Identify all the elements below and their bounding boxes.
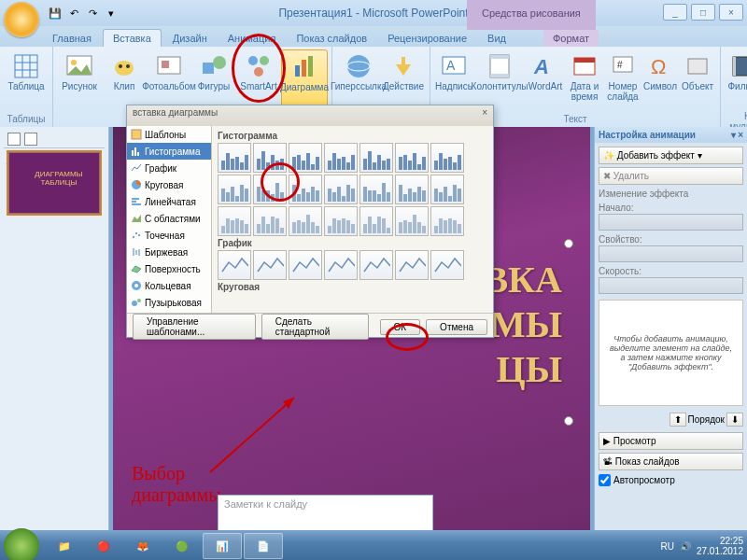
start-button[interactable]	[4, 528, 39, 560]
gallery-item[interactable]	[253, 206, 287, 236]
remove-effect-button[interactable]: ✖ Удалить	[599, 167, 743, 185]
gallery-item[interactable]	[324, 250, 358, 280]
cat-bubble[interactable]: Пузырьковая	[127, 294, 211, 311]
cat-templates[interactable]: Шаблоны	[127, 126, 211, 143]
word-task-icon[interactable]: 📄	[244, 533, 283, 559]
gallery-item[interactable]	[430, 143, 464, 173]
tray-flag-icon[interactable]: 🔊	[680, 541, 691, 552]
set-default-button[interactable]: Сделать стандартной	[261, 314, 369, 340]
gallery-item[interactable]	[218, 143, 251, 173]
maximize-button[interactable]: □	[691, 4, 715, 21]
gallery-item[interactable]	[359, 250, 393, 280]
pane-dropdown-icon[interactable]: ▾	[731, 130, 736, 140]
tray-lang[interactable]: RU	[660, 541, 673, 552]
close-button[interactable]: ×	[719, 4, 743, 21]
cat-stock[interactable]: Биржевая	[127, 244, 211, 260]
cat-radar[interactable]: Лепестковая	[127, 311, 211, 313]
explorer-icon[interactable]: 📁	[46, 534, 83, 558]
powerpoint-task-icon[interactable]: 📊	[203, 533, 242, 559]
tray-date[interactable]: 27.01.2012	[697, 546, 743, 556]
shapes-button[interactable]: Фигуры	[191, 49, 236, 111]
gallery-item[interactable]	[253, 250, 287, 280]
gallery-item[interactable]	[395, 250, 429, 280]
symbol-button[interactable]: ΩСимвол	[641, 49, 679, 111]
slide-thumbnail[interactable]: ДИАГРАММЫТАБЛИЦЫ	[8, 152, 100, 214]
cat-column[interactable]: Гистограмма	[127, 143, 211, 160]
cat-doughnut[interactable]: Кольцевая	[127, 277, 211, 294]
gallery-item[interactable]	[430, 250, 464, 280]
gallery-item[interactable]	[253, 143, 287, 173]
cat-line[interactable]: График	[127, 160, 211, 176]
tab-design[interactable]: Дизайн	[163, 30, 217, 47]
smartart-button[interactable]: SmartArt	[236, 49, 281, 111]
outline-tab-icon[interactable]	[24, 133, 37, 146]
cat-pie[interactable]: Круговая	[127, 176, 211, 193]
gallery-item[interactable]	[430, 175, 464, 204]
reorder-up-button[interactable]: ⬆	[669, 413, 686, 427]
picture-button[interactable]: Рисунок	[57, 49, 102, 111]
preview-button[interactable]: ▶ Просмотр	[599, 432, 743, 450]
tab-home[interactable]: Главная	[43, 30, 101, 47]
gallery-item[interactable]	[218, 250, 251, 280]
cat-area[interactable]: С областями	[127, 210, 211, 227]
tab-view[interactable]: Вид	[478, 30, 515, 47]
slides-tab-icon[interactable]	[7, 133, 21, 146]
reorder-down-button[interactable]: ⬇	[726, 413, 743, 427]
wordart-button[interactable]: AWordArt	[526, 49, 565, 111]
gallery-item[interactable]	[289, 250, 322, 280]
tab-slideshow[interactable]: Показ слайдов	[287, 30, 376, 47]
autopreview-checkbox[interactable]: Автопросмотр	[599, 474, 743, 486]
object-button[interactable]: Объект	[679, 49, 716, 111]
minimize-button[interactable]: _	[663, 4, 687, 21]
tab-insert[interactable]: Вставка	[103, 29, 162, 47]
movie-button[interactable]: Фильм	[725, 49, 747, 111]
slide-canvas[interactable]: ВКА МЫ ЦЫ вставка диаграммы × Шаблоны Ги…	[113, 127, 590, 536]
gallery-item[interactable]	[289, 206, 322, 236]
start-combo[interactable]	[599, 214, 743, 231]
app-icon[interactable]: 🟢	[163, 534, 201, 558]
gallery-item[interactable]	[359, 175, 393, 204]
textbox-button[interactable]: AНадпись	[434, 49, 473, 111]
gallery-item[interactable]	[359, 143, 393, 173]
selection-handle[interactable]	[564, 416, 573, 426]
tab-animation[interactable]: Анимация	[218, 30, 286, 47]
add-effect-button[interactable]: ✨ Добавить эффект ▾	[599, 147, 743, 164]
cat-scatter[interactable]: Точечная	[127, 227, 211, 244]
selection-handle[interactable]	[564, 239, 573, 248]
gallery-item[interactable]	[395, 143, 429, 173]
datetime-button[interactable]: Дата и время	[565, 49, 604, 111]
opera-icon[interactable]: 🔴	[85, 534, 122, 558]
cat-bar[interactable]: Линейчатая	[127, 193, 211, 210]
action-button[interactable]: Действие	[381, 49, 426, 111]
tab-review[interactable]: Рецензирование	[378, 30, 476, 47]
office-button[interactable]	[4, 2, 39, 37]
gallery-item[interactable]	[395, 175, 429, 204]
gallery-item[interactable]	[324, 143, 358, 173]
cat-surface[interactable]: Поверхность	[127, 260, 211, 277]
speed-combo[interactable]	[599, 277, 743, 294]
gallery-item[interactable]	[218, 175, 251, 204]
save-icon[interactable]: 💾	[47, 5, 63, 21]
redo-icon[interactable]: ↷	[84, 5, 101, 21]
tray-time[interactable]: 22:25	[697, 536, 743, 546]
chart-button[interactable]: Диаграмма	[281, 49, 328, 113]
album-button[interactable]: Фотоальбом	[147, 49, 191, 111]
gallery-item[interactable]	[359, 206, 393, 236]
undo-icon[interactable]: ↶	[65, 5, 82, 21]
gallery-item[interactable]	[324, 175, 358, 204]
hyperlink-button[interactable]: Гиперссылка	[336, 49, 381, 111]
gallery-item[interactable]	[324, 206, 358, 236]
gallery-item[interactable]	[218, 206, 251, 236]
firefox-icon[interactable]: 🦊	[124, 534, 162, 558]
gallery-item[interactable]	[289, 175, 322, 204]
slideshow-button[interactable]: 📽 Показ слайдов	[599, 453, 743, 470]
table-button[interactable]: Таблица	[4, 49, 49, 111]
tab-format[interactable]: Формат	[543, 30, 599, 47]
gallery-item[interactable]	[395, 206, 429, 236]
gallery-item[interactable]	[430, 206, 464, 236]
ok-button[interactable]: ОК	[380, 319, 421, 335]
pane-close-icon[interactable]: ×	[738, 130, 743, 140]
gallery-item[interactable]	[289, 143, 322, 173]
property-combo[interactable]	[599, 245, 743, 262]
headerfooter-button[interactable]: Колонтитулы	[473, 49, 526, 111]
